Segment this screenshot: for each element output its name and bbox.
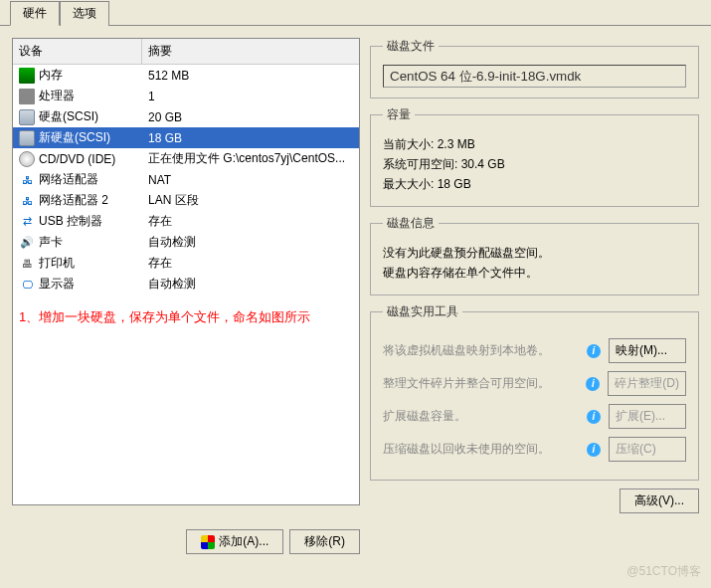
table-row[interactable]: 🖧网络适配器 2LAN 区段	[13, 190, 359, 211]
capacity-current: 当前大小: 2.3 MB	[383, 136, 686, 153]
disk-file-group: 磁盘文件	[370, 38, 699, 98]
info-icon[interactable]: i	[587, 443, 601, 457]
disk-info-line1: 没有为此硬盘预分配磁盘空间。	[383, 245, 686, 262]
disk-info-group: 磁盘信息 没有为此硬盘预分配磁盘空间。 硬盘内容存储在单个文件中。	[370, 215, 699, 295]
summary-label: 自动检测	[146, 276, 355, 293]
network-icon: 🖧	[19, 172, 35, 188]
add-button[interactable]: 添加(A)...	[186, 529, 283, 554]
capacity-free: 系统可用空间: 30.4 GB	[383, 156, 686, 173]
disk-file-input[interactable]	[383, 65, 686, 88]
summary-label: 1	[146, 90, 355, 103]
disk-info-legend: 磁盘信息	[383, 215, 439, 232]
device-label: 声卡	[39, 234, 63, 251]
expand-text: 扩展磁盘容量。	[383, 408, 579, 425]
info-icon[interactable]: i	[587, 344, 601, 358]
network-icon: 🖧	[19, 193, 35, 209]
table-row[interactable]: ⇄USB 控制器存在	[13, 211, 359, 232]
table-row[interactable]: 🔊声卡自动检测	[13, 232, 359, 253]
compact-text: 压缩磁盘以回收未使用的空间。	[383, 441, 579, 458]
summary-label: 正在使用文件 G:\centos7yj\CentOS...	[146, 150, 355, 167]
table-row[interactable]: 🖧网络适配器NAT	[13, 169, 359, 190]
tab-hardware[interactable]: 硬件	[10, 1, 60, 26]
info-icon[interactable]: i	[587, 410, 601, 424]
summary-label: 自动检测	[146, 234, 355, 251]
summary-label: LAN 区段	[146, 192, 355, 209]
display-icon: 🖵	[19, 277, 35, 293]
device-label: 处理器	[39, 88, 75, 104]
defrag-text: 整理文件碎片并整合可用空间。	[383, 375, 578, 392]
column-summary[interactable]: 摘要	[142, 39, 359, 64]
memory-icon	[19, 68, 35, 84]
tab-options[interactable]: 选项	[60, 1, 109, 26]
device-label: 打印机	[39, 255, 75, 272]
printer-icon: 🖶	[19, 256, 35, 272]
compact-button[interactable]: 压缩(C)	[609, 437, 686, 462]
info-icon[interactable]: i	[586, 377, 600, 391]
table-row[interactable]: 硬盘(SCSI)20 GB	[13, 106, 359, 127]
usb-icon: ⇄	[19, 214, 35, 230]
device-table: 设备 摘要 内存512 MB处理器1硬盘(SCSI)20 GB新硬盘(SCSI)…	[12, 38, 360, 505]
remove-button[interactable]: 移除(R)	[289, 529, 360, 554]
map-text: 将该虚拟机磁盘映射到本地卷。	[383, 342, 579, 359]
advanced-button[interactable]: 高级(V)...	[620, 489, 699, 513]
watermark: @51CTO博客	[626, 563, 701, 580]
device-label: CD/DVD (IDE)	[39, 152, 115, 166]
disk-info-line2: 硬盘内容存储在单个文件中。	[383, 265, 686, 282]
summary-label: NAT	[146, 173, 355, 187]
shield-icon	[201, 535, 215, 549]
summary-label: 存在	[146, 213, 355, 230]
table-row[interactable]: 🖶打印机存在	[13, 253, 359, 274]
device-label: 硬盘(SCSI)	[39, 108, 98, 125]
device-label: USB 控制器	[39, 213, 102, 230]
table-row[interactable]: 处理器1	[13, 86, 359, 106]
tab-bar: 硬件 选项	[0, 0, 711, 26]
expand-button[interactable]: 扩展(E)...	[609, 404, 686, 429]
summary-label: 18 GB	[146, 131, 355, 145]
defrag-button[interactable]: 碎片整理(D)	[608, 371, 686, 396]
disk-utils-legend: 磁盘实用工具	[383, 303, 462, 320]
disk-utils-group: 磁盘实用工具 将该虚拟机磁盘映射到本地卷。 i 映射(M)... 整理文件碎片并…	[370, 303, 699, 481]
cdrom-icon	[19, 151, 35, 167]
cpu-icon	[19, 89, 35, 104]
table-row[interactable]: 新硬盘(SCSI)18 GB	[13, 127, 359, 148]
summary-label: 存在	[146, 255, 355, 272]
sound-icon: 🔊	[19, 235, 35, 251]
device-label: 显示器	[39, 276, 75, 293]
column-device[interactable]: 设备	[13, 39, 142, 64]
summary-label: 512 MB	[146, 69, 355, 83]
capacity-group: 容量 当前大小: 2.3 MB 系统可用空间: 30.4 GB 最大大小: 18…	[370, 106, 699, 207]
capacity-max: 最大大小: 18 GB	[383, 176, 686, 193]
device-label: 网络适配器 2	[39, 192, 108, 209]
device-label: 内存	[39, 67, 63, 84]
annotation-text: 1、增加一块硬盘，保存为单个文件，命名如图所示	[13, 304, 359, 330]
table-row[interactable]: 内存512 MB	[13, 65, 359, 86]
device-label: 新硬盘(SCSI)	[39, 129, 110, 146]
device-label: 网络适配器	[39, 171, 98, 188]
table-row[interactable]: CD/DVD (IDE)正在使用文件 G:\centos7yj\CentOS..…	[13, 148, 359, 169]
harddisk-icon	[19, 109, 35, 125]
table-row[interactable]: 🖵显示器自动检测	[13, 274, 359, 294]
harddisk-icon	[19, 130, 35, 146]
map-button[interactable]: 映射(M)...	[609, 338, 686, 363]
capacity-legend: 容量	[383, 106, 415, 123]
disk-file-legend: 磁盘文件	[383, 38, 439, 55]
summary-label: 20 GB	[146, 110, 355, 124]
